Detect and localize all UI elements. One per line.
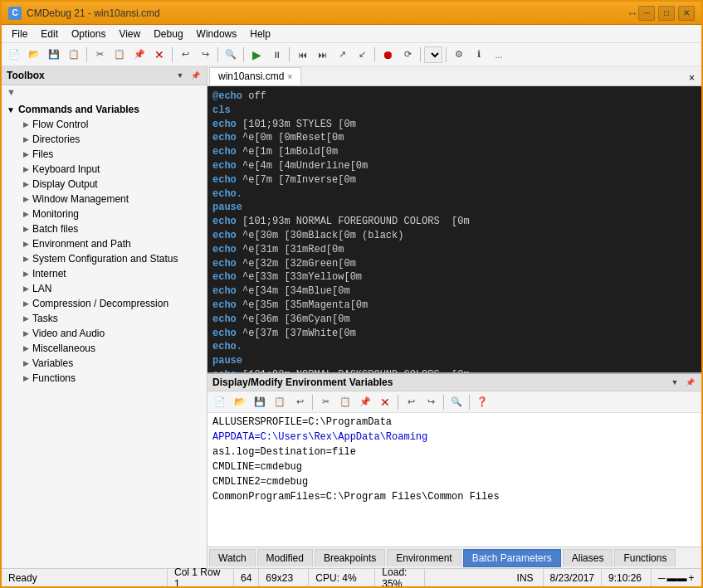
env-tb-undo[interactable]: ↩: [402, 393, 420, 411]
env-tb-find[interactable]: 🔍: [447, 393, 466, 411]
code-line: echo [101;93m NORMAL FOREGROUND COLORS […: [212, 215, 696, 229]
tb-sep-4: [243, 47, 244, 62]
tree-item-lan[interactable]: ▶LAN: [18, 281, 207, 296]
tab-watch[interactable]: Watch: [209, 549, 256, 567]
toolbar-redo[interactable]: ↪: [196, 46, 214, 64]
toolbar-save-all[interactable]: 📋: [65, 46, 83, 64]
code-line: echo ^e[36m [36mCyan[0m: [212, 313, 696, 327]
tree-item-keyboard-input[interactable]: ▶Keyboard Input: [18, 162, 207, 177]
item-arrow: ▶: [23, 195, 29, 203]
toolbar-open[interactable]: 📂: [25, 46, 43, 64]
toolbar-step-out[interactable]: ↙: [353, 46, 371, 64]
toolbar-find[interactable]: 🔍: [222, 46, 240, 64]
env-tb-delete[interactable]: ✕: [376, 393, 394, 411]
env-tb-save[interactable]: 💾: [251, 393, 269, 411]
env-tb-paste[interactable]: 📌: [356, 393, 374, 411]
menu-debug[interactable]: Debug: [147, 27, 189, 41]
tab-modified[interactable]: Modified: [257, 549, 313, 567]
tree-item-directories[interactable]: ▶Directories: [18, 132, 207, 147]
zoom-slider[interactable]: ▬▬: [667, 572, 687, 584]
toolbar-run[interactable]: ▶: [247, 46, 266, 64]
menu-windows[interactable]: Windows: [190, 27, 244, 41]
toolbox-header: Toolbox ▼ 📌: [2, 66, 207, 85]
menu-edit[interactable]: Edit: [34, 27, 65, 41]
toolbox-pin[interactable]: 📌: [188, 69, 202, 82]
toolbar-cut[interactable]: ✂: [90, 46, 109, 64]
toolbar-info[interactable]: ℹ: [470, 46, 488, 64]
tab-close-all[interactable]: ×: [684, 70, 700, 85]
tab-batch-parameters[interactable]: Batch Parameters: [463, 549, 561, 567]
editor-tab-win10ansi[interactable]: win10ansi.cmd ×: [209, 67, 301, 85]
tree-item-compression[interactable]: ▶Compression / Decompression: [18, 296, 207, 311]
env-tb-new[interactable]: 📄: [211, 393, 229, 411]
toolbar-step-in[interactable]: ↗: [333, 46, 351, 64]
tab-breakpoints[interactable]: Breakpoints: [315, 549, 385, 567]
toolbar-stop[interactable]: ⏺: [378, 46, 397, 64]
tree-item-variables[interactable]: ▶Variables: [18, 356, 207, 371]
toolbar-paste[interactable]: 📌: [130, 46, 149, 64]
bottom-tabs: Watch Modified Breakpoints Environment B…: [207, 547, 701, 568]
item-arrow: ▶: [23, 270, 29, 278]
tab-environment[interactable]: Environment: [387, 549, 461, 567]
toolbar-pause[interactable]: ⏸: [267, 46, 286, 64]
menu-help[interactable]: Help: [243, 27, 277, 41]
toolbox-title: Toolbox: [7, 70, 45, 81]
tree-item-miscellaneous[interactable]: ▶Miscellaneous: [18, 341, 207, 356]
app-icon: C: [8, 7, 22, 20]
toolbox-controls: ▼ 📌: [173, 69, 202, 82]
menu-options[interactable]: Options: [65, 27, 112, 41]
env-tb-copy[interactable]: 📋: [336, 393, 354, 411]
toolbar-extra[interactable]: ...: [490, 46, 508, 64]
toolbar-dropdown[interactable]: [424, 46, 442, 63]
tree-item-batch-files[interactable]: ▶Batch files: [18, 221, 207, 236]
toolbar-save[interactable]: 💾: [45, 46, 63, 64]
tree-item-display-output[interactable]: ▶Display Output: [18, 177, 207, 192]
tree-item-system-config[interactable]: ▶System Configuration and Status: [18, 251, 207, 266]
tree-item-monitoring[interactable]: ▶Monitoring: [18, 207, 207, 221]
item-arrow: ▶: [23, 344, 29, 352]
toolbox-collapse[interactable]: ▼: [173, 69, 187, 82]
toolbar-restart[interactable]: ⟳: [398, 46, 417, 64]
toolbar-new[interactable]: 📄: [5, 46, 23, 64]
code-line: echo ^e[7m [7mInverse[0m: [212, 173, 696, 187]
toolbar-step-back[interactable]: ⏮: [293, 46, 311, 64]
toolbar-copy[interactable]: 📋: [110, 46, 129, 64]
env-panel-pin-btn[interactable]: 📌: [683, 376, 696, 389]
env-tb-help[interactable]: ❓: [473, 393, 491, 411]
toolbox-collapse-btn[interactable]: ▼: [2, 85, 207, 99]
env-tb-open[interactable]: 📂: [231, 393, 249, 411]
tree-item-tasks[interactable]: ▶Tasks: [18, 311, 207, 326]
env-tb-cut[interactable]: ✂: [316, 393, 334, 411]
section-label-commands: Commands and Variables: [18, 104, 139, 115]
tree-item-flow-control[interactable]: ▶Flow Control: [18, 117, 207, 132]
env-content[interactable]: ALLUSERSPROFILE=C:\ProgramData APPDATA=C…: [207, 413, 701, 547]
tree-item-video-audio[interactable]: ▶Video and Audio: [18, 326, 207, 341]
zoom-minus-icon[interactable]: ─: [658, 572, 666, 584]
env-tb-redo[interactable]: ↪: [422, 393, 440, 411]
tree-item-files[interactable]: ▶Files: [18, 147, 207, 162]
env-panel-collapse-btn[interactable]: ▼: [668, 376, 681, 389]
maximize-button[interactable]: □: [658, 6, 675, 21]
code-editor[interactable]: @echo off cls echo [101;93m STYLES [0m e…: [207, 86, 701, 372]
tab-close-icon[interactable]: ×: [287, 72, 292, 81]
zoom-plus-icon[interactable]: +: [689, 572, 695, 584]
tab-functions[interactable]: Functions: [614, 549, 676, 567]
tree-item-functions[interactable]: ▶Functions: [18, 371, 207, 386]
toolbar-step-fwd[interactable]: ⏭: [313, 46, 331, 64]
tree-item-environment-path[interactable]: ▶Environment and Path: [18, 236, 207, 251]
menu-file[interactable]: File: [5, 27, 34, 41]
minimize-button[interactable]: ─: [638, 6, 655, 21]
toolbar-settings[interactable]: ⚙: [450, 46, 468, 64]
tab-aliases[interactable]: Aliases: [563, 549, 613, 567]
tree-item-window-management[interactable]: ▶Window Management: [18, 192, 207, 207]
toolbar-delete[interactable]: ✕: [150, 46, 168, 64]
menu-view[interactable]: View: [112, 27, 147, 41]
toolbar-undo[interactable]: ↩: [176, 46, 194, 64]
env-tb-back[interactable]: ↩: [290, 393, 309, 411]
env-tb-save-all[interactable]: 📋: [271, 393, 289, 411]
close-button[interactable]: ✕: [678, 6, 695, 21]
code-line: echo.: [212, 187, 696, 202]
env-line: APPDATA=C:\Users\Rex\AppData\Roaming: [212, 430, 696, 445]
tree-item-internet[interactable]: ▶Internet: [18, 266, 207, 281]
tree-section-header-commands[interactable]: ▼ Commands and Variables: [2, 102, 207, 117]
